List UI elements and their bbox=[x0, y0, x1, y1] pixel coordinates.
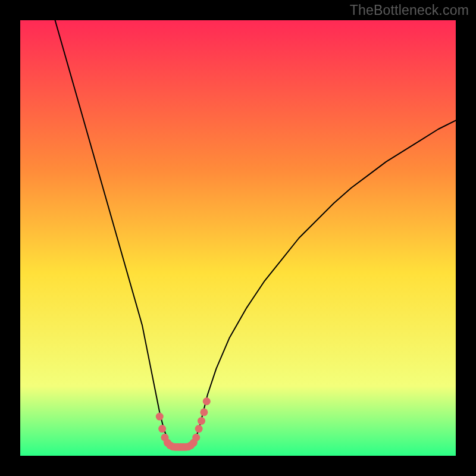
watermark-text: TheBottleneck.com bbox=[350, 2, 469, 18]
gradient-background bbox=[20, 20, 456, 456]
plot-area bbox=[20, 20, 456, 456]
optimal-zone-marker-dot bbox=[203, 397, 211, 405]
optimal-zone-marker-dot bbox=[158, 425, 166, 433]
optimal-zone-marker-dot bbox=[198, 417, 205, 425]
optimal-zone-marker-dot bbox=[200, 408, 208, 416]
optimal-zone-marker-dot bbox=[156, 413, 164, 421]
chart-svg bbox=[20, 20, 456, 456]
optimal-zone-marker-dot bbox=[192, 434, 200, 441]
chart-frame: TheBottleneck.com bbox=[0, 0, 476, 476]
optimal-zone-marker-dot bbox=[195, 425, 203, 433]
